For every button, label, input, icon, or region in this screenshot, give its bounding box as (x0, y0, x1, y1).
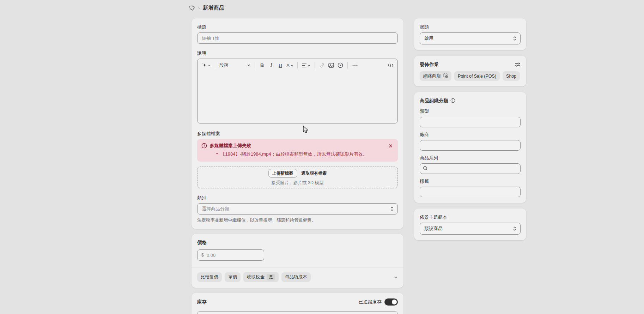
category-select-value: 選擇商品分類 (202, 206, 229, 212)
upload-new-file-button[interactable]: 上傳新檔案 (268, 169, 297, 177)
product-organization-card: 商品組織分類 類型 廠商 商品系列 (414, 92, 526, 203)
page-title: 新增商品 (203, 5, 224, 11)
underline-button[interactable]: U (276, 61, 285, 70)
italic-button[interactable]: I (267, 61, 275, 70)
text-color-button[interactable]: A (285, 61, 294, 70)
tags-input[interactable] (420, 187, 521, 197)
type-input[interactable] (420, 117, 521, 127)
price-input[interactable] (197, 249, 264, 261)
status-select-value: 啟用 (424, 35, 433, 42)
pricing-options-row: 比較售價 單價 收取稅金 是 每品項成本 (197, 267, 398, 282)
expand-pricing-chevron-icon[interactable] (394, 275, 398, 279)
status-select[interactable]: 啟用 (420, 32, 521, 44)
chevron-down-icon (308, 64, 311, 67)
alert-error-item: 【1984】-關於1984.mp4：由於檔案類型無效，所以無法確認影片有效。 (210, 151, 384, 157)
currency-prefix: $ (201, 252, 204, 258)
charge-tax-value-badge: 是 (267, 274, 275, 280)
publishing-heading: 發佈作業 (420, 61, 439, 68)
chip-label: Point of Sale (POS) (458, 74, 496, 79)
collections-search-input[interactable] (420, 163, 521, 174)
vendor-input[interactable] (420, 140, 521, 151)
insert-video-icon[interactable] (336, 61, 345, 70)
code-view-icon[interactable] (386, 61, 395, 70)
track-inventory-toggle[interactable] (384, 298, 398, 306)
add-product-page: › 新增商品 標題 說明 (0, 0, 644, 314)
more-options-icon[interactable] (351, 61, 359, 70)
theme-template-value: 預設商品 (424, 225, 443, 232)
select-chevrons-icon (390, 206, 394, 211)
paragraph-style-select[interactable]: 段落 (218, 61, 252, 70)
type-label: 類型 (420, 108, 521, 115)
paragraph-select-value: 段落 (219, 62, 229, 68)
unit-price-chip[interactable]: 單價 (225, 272, 241, 282)
description-textarea[interactable] (198, 72, 397, 123)
chip-label: 收取稅金 (247, 274, 265, 280)
collections-label: 商品系列 (420, 155, 521, 161)
chevron-down-icon (290, 64, 293, 67)
publishing-card: 發佈作業 網路商店 (414, 56, 526, 86)
chip-label: 網路商店 (423, 73, 441, 79)
chip-label: 單價 (228, 274, 237, 280)
text-color-label: A (286, 63, 290, 68)
bold-button[interactable]: B (258, 61, 266, 70)
status-label: 狀態 (420, 24, 521, 30)
products-tag-icon[interactable] (189, 5, 195, 11)
channel-shop-chip[interactable]: Shop (503, 71, 520, 81)
media-accept-hint: 接受圖片、影片或 3D 模型 (272, 180, 324, 186)
chip-label: Shop (506, 74, 516, 79)
chevron-down-icon (247, 64, 250, 67)
breadcrumb: › 新增商品 (189, 5, 224, 11)
select-existing-file-button[interactable]: 選取現有檔案 (302, 170, 327, 176)
inventory-card: 庫存 已追蹤庫存 (192, 293, 403, 314)
select-chevrons-icon (513, 36, 517, 41)
alert-critical-icon (201, 143, 207, 157)
pricing-card: 價格 $ 比較售價 單價 收取稅金 是 每品項成本 (192, 234, 403, 288)
theme-template-card: 佈景主題範本 預設商品 (414, 209, 526, 240)
charge-tax-chip[interactable]: 收取稅金 是 (243, 272, 279, 282)
channel-online-store-chip[interactable]: 網路商店 (420, 71, 451, 81)
channel-pos-chip[interactable]: Point of Sale (POS) (454, 71, 500, 81)
product-details-card: 標題 說明 段落 (192, 18, 403, 229)
status-card: 狀態 啟用 (414, 18, 526, 50)
cost-per-item-chip[interactable]: 每品項成本 (281, 272, 311, 282)
tags-label: 標籤 (420, 178, 521, 185)
media-upload-error-banner: 多媒體檔案上傳失敗 【1984】-關於1984.mp4：由於檔案類型無效，所以無… (197, 139, 398, 162)
title-input[interactable] (197, 32, 398, 44)
category-select[interactable]: 選擇商品分類 (197, 203, 398, 215)
inventory-heading: 庫存 (197, 299, 207, 305)
alignment-button[interactable] (300, 61, 312, 70)
category-help-text: 決定稅率並新增中繼欄位，以改善搜尋、篩選和跨管道銷售。 (197, 217, 398, 223)
media-label: 多媒體檔案 (197, 131, 398, 137)
compare-at-price-chip[interactable]: 比較售價 (197, 272, 222, 282)
chip-label: 每品項成本 (285, 274, 307, 280)
category-label: 類別 (197, 195, 398, 201)
alert-close-icon[interactable] (387, 143, 394, 149)
description-label: 說明 (197, 50, 398, 56)
alert-error-text: 【1984】-關於1984.mp4：由於檔案類型無效，所以無法確認影片有效。 (221, 151, 367, 157)
schedule-calendar-clock-icon[interactable] (443, 73, 448, 79)
search-icon (423, 166, 428, 172)
pricing-heading: 價格 (197, 240, 398, 246)
chip-label: 比較售價 (201, 274, 218, 280)
description-editor: 段落 B I U A (197, 59, 398, 123)
track-inventory-label: 已追蹤庫存 (359, 299, 382, 305)
theme-template-label: 佈景主題範本 (420, 214, 521, 221)
select-chevrons-icon (513, 226, 517, 231)
theme-template-select[interactable]: 預設商品 (420, 223, 521, 235)
info-icon[interactable] (450, 98, 455, 104)
link-icon[interactable] (318, 61, 326, 70)
alert-title: 多媒體檔案上傳失敗 (210, 143, 384, 149)
vendor-label: 廠商 (420, 132, 521, 138)
insert-image-icon[interactable] (327, 61, 335, 70)
media-dropzone[interactable]: 上傳新檔案 選取現有檔案 接受圖片、影片或 3D 模型 (197, 167, 398, 188)
inventory-partial-field[interactable] (197, 311, 398, 314)
editor-toolbar: 段落 B I U A (198, 59, 397, 72)
ai-magic-icon[interactable] (200, 61, 212, 70)
title-label: 標題 (197, 24, 398, 30)
breadcrumb-separator-icon: › (198, 5, 200, 11)
organization-heading: 商品組織分類 (420, 98, 448, 104)
manage-channels-icon[interactable] (515, 62, 521, 67)
